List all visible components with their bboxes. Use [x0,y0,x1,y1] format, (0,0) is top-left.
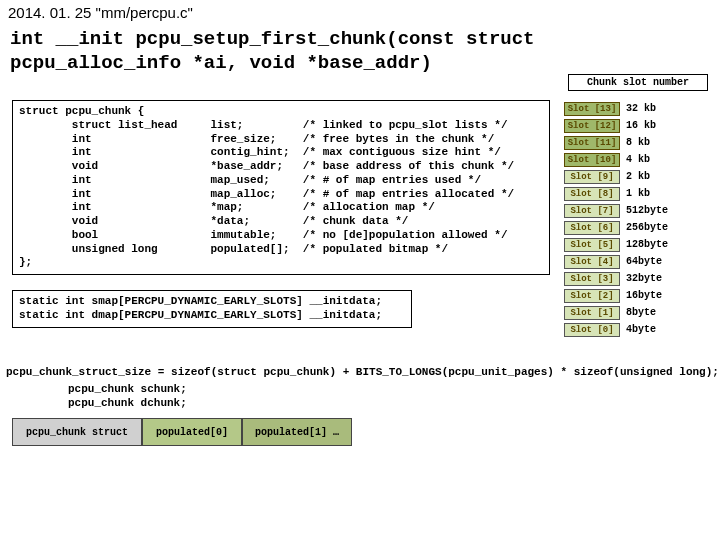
diagram-cell-struct: pcpu_chunk struct [12,418,142,446]
slot-row: Slot [6]256byte [564,219,712,236]
slot-badge: Slot [6] [564,221,620,235]
slot-size: 8byte [626,307,656,318]
slot-row: Slot [3]32byte [564,270,712,287]
slot-size: 64byte [626,256,662,267]
slot-badge: Slot [11] [564,136,620,150]
slot-badge: Slot [0] [564,323,620,337]
slot-row: Slot [4]64byte [564,253,712,270]
static-arrays-box: static int smap[PERCPU_DYNAMIC_EARLY_SLO… [12,290,412,328]
slot-badge: Slot [13] [564,102,620,116]
slot-size: 16 kb [626,120,656,131]
slot-size: 512byte [626,205,668,216]
slot-badge: Slot [2] [564,289,620,303]
slot-row: Slot [8]1 kb [564,185,712,202]
slot-size: 128byte [626,239,668,250]
slot-row: Slot [13]32 kb [564,100,712,117]
diagram-cell-populated-1: populated[1] … [242,418,352,446]
struct-definition-box: struct pcpu_chunk { struct list_head lis… [12,100,550,275]
slot-row: Slot [12]16 kb [564,117,712,134]
slot-size: 256byte [626,222,668,233]
slot-row: Slot [9]2 kb [564,168,712,185]
slot-row: Slot [11]8 kb [564,134,712,151]
function-signature: int __init pcpu_setup_first_chunk(const … [10,28,570,76]
slot-size: 4 kb [626,154,650,165]
slot-size: 1 kb [626,188,650,199]
slot-badge: Slot [9] [564,170,620,184]
slot-row: Slot [2]16byte [564,287,712,304]
slot-size: 16byte [626,290,662,301]
slot-size: 4byte [626,324,656,335]
size-equation: pcpu_chunk_struct_size = sizeof(struct p… [6,366,719,378]
slot-badge: Slot [7] [564,204,620,218]
slide-header: 2014. 01. 25 "mm/percpu.c" [8,4,193,21]
slot-row: Slot [5]128byte [564,236,712,253]
chunk-declarations: pcpu_chunk schunk; pcpu_chunk dchunk; [68,382,187,411]
slot-table: Slot [13]32 kbSlot [12]16 kbSlot [11]8 k… [564,100,712,338]
slot-table-caption: Chunk slot number [568,74,708,91]
slot-size: 32byte [626,273,662,284]
slot-badge: Slot [3] [564,272,620,286]
slot-badge: Slot [1] [564,306,620,320]
slot-badge: Slot [10] [564,153,620,167]
slot-badge: Slot [4] [564,255,620,269]
slot-size: 2 kb [626,171,650,182]
slot-badge: Slot [5] [564,238,620,252]
slot-badge: Slot [12] [564,119,620,133]
slot-row: Slot [1]8byte [564,304,712,321]
struct-layout-diagram: pcpu_chunk struct populated[0] populated… [12,418,352,448]
slot-row: Slot [7]512byte [564,202,712,219]
slot-badge: Slot [8] [564,187,620,201]
slot-size: 8 kb [626,137,650,148]
slot-size: 32 kb [626,103,656,114]
slot-row: Slot [0]4byte [564,321,712,338]
diagram-cell-populated-0: populated[0] [142,418,242,446]
slot-row: Slot [10]4 kb [564,151,712,168]
